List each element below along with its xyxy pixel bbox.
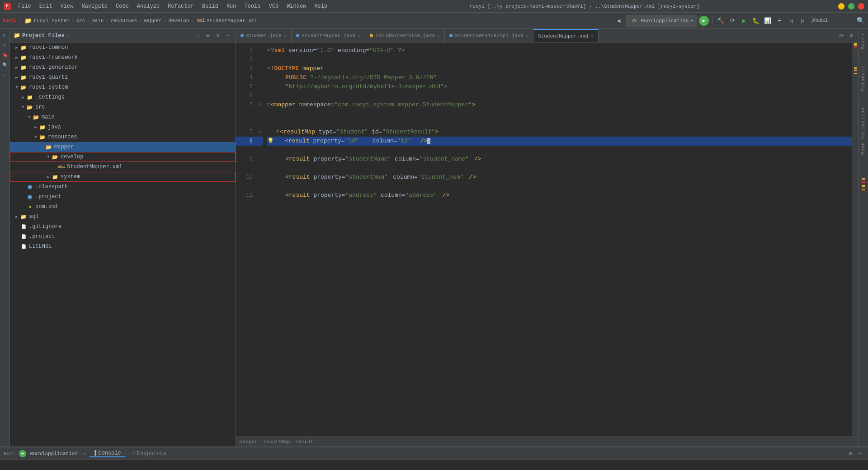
- tab-istudentservice-java[interactable]: IStudentService.java ✕: [365, 29, 445, 42]
- tab-close-istudentservice[interactable]: ✕: [437, 33, 440, 38]
- menu-window[interactable]: Window: [283, 2, 310, 10]
- run-panel-settings[interactable]: ⚙: [846, 450, 854, 458]
- coverage-button[interactable]: ☂: [774, 16, 784, 26]
- menu-navigate[interactable]: Navigate: [78, 2, 111, 10]
- tabs-overflow-button[interactable]: ≫: [837, 32, 845, 40]
- tab-studentserviceimpl-java[interactable]: StudentServiceImpl.java ✕: [445, 29, 533, 42]
- folder-icon-generator: 📁: [20, 64, 27, 71]
- forward-nav-button[interactable]: ▷: [798, 16, 808, 26]
- tree-item-project-file[interactable]: ⬤ .project: [10, 192, 236, 202]
- gutter-mark-3: [854, 67, 857, 69]
- project-icon[interactable]: P: [0, 31, 9, 40]
- search-everywhere-button[interactable]: 🔍: [855, 16, 865, 26]
- maximize-button[interactable]: [848, 3, 854, 9]
- tree-item-classpath[interactable]: ⬤ .classpath: [10, 182, 236, 192]
- jrebel-button[interactable]: JRebel: [815, 16, 825, 26]
- tree-arrow-gitignore: [14, 223, 20, 230]
- tree-item-pom-xml[interactable]: M pom.xml: [10, 202, 236, 212]
- tree-item-java[interactable]: ▶ 📁 java: [10, 122, 236, 132]
- tree-item-sql[interactable]: ▶ 📁 sql: [10, 212, 236, 222]
- line-num-5: 5: [236, 82, 263, 91]
- tab-student-java[interactable]: Student.java ✕: [236, 29, 292, 42]
- code-area: 1 2 3 4: [236, 43, 858, 437]
- tree-item-resources[interactable]: ▼ 📂 resources: [10, 132, 236, 142]
- bookmarks-icon[interactable]: 🔖: [0, 51, 9, 60]
- menu-tools[interactable]: Tools: [241, 2, 264, 10]
- tree-arrow-settings: ▶: [20, 94, 26, 100]
- tree-item-ruoyi-common[interactable]: ▶ 📁 ruoyi-common: [10, 43, 236, 52]
- tab-close-studentmapper-java[interactable]: ✕: [358, 33, 360, 38]
- line-num-15: 10: [236, 173, 263, 182]
- tree-item-develop[interactable]: ▼ 📂 develop: [10, 152, 236, 162]
- menu-refactor[interactable]: Refactor: [164, 2, 198, 10]
- tab-close-studentmapper-xml[interactable]: ✕: [591, 33, 594, 39]
- tree-item-project-root[interactable]: 📄 .project: [10, 232, 236, 242]
- tree-item-src[interactable]: ▼ 📂 src: [10, 102, 236, 112]
- menu-help[interactable]: Help: [311, 2, 331, 10]
- run-tab-console[interactable]: ▐ Console: [90, 450, 125, 457]
- folder-icon-settings: 📁: [26, 94, 33, 101]
- code-content[interactable]: <?xml version="1.0" encoding="UTF-8" ?> …: [263, 43, 852, 437]
- panel-dropdown-icon[interactable]: ▾: [66, 33, 69, 38]
- panel-add-button[interactable]: +: [194, 32, 202, 40]
- run-panel-actions: ⚙ −: [846, 450, 864, 458]
- structure-icon[interactable]: ≡: [0, 41, 9, 50]
- tree-label-quartz: ruoyi-quartz: [29, 74, 68, 81]
- tab-studentmapper-xml[interactable]: StudentMapper.xml ✕: [533, 29, 599, 42]
- run2-button[interactable]: ▶: [739, 16, 749, 26]
- code-line-1: <?xml version="1.0" encoding="UTF-8" ?>: [267, 46, 852, 55]
- database-panel-label[interactable]: Database: [860, 63, 867, 94]
- menu-code[interactable]: Code: [112, 2, 132, 10]
- tree-item-studentmapper-xml[interactable]: xml StudentMapper.xml: [10, 162, 236, 172]
- tree-item-system-folder[interactable]: ▶ 📁 system: [10, 172, 236, 182]
- xml-file-icon: xml: [58, 163, 65, 171]
- tree-item-gitignore[interactable]: 📄 .gitignore: [10, 222, 236, 232]
- back-button[interactable]: ◀: [614, 16, 624, 26]
- close-button[interactable]: [858, 3, 864, 9]
- menu-build[interactable]: Build: [198, 2, 222, 10]
- back-nav-button[interactable]: ◁: [786, 16, 796, 26]
- run-tab-endpoints[interactable]: ⚡ Endpoints: [128, 450, 170, 457]
- profile-button[interactable]: 📊: [763, 16, 773, 26]
- code-editor[interactable]: 1 2 3 4: [236, 43, 858, 446]
- panel-settings-button[interactable]: ⚙: [214, 32, 222, 40]
- tree-item-ruoyi-generator[interactable]: ▶ 📁 ruoyi-generator: [10, 62, 236, 72]
- bean-validation-panel-label[interactable]: Bean Validation: [860, 104, 867, 157]
- tree-item-ruoyi-framework[interactable]: ▶ 📁 ruoyi-framework: [10, 52, 236, 62]
- build-button[interactable]: 🔨: [716, 16, 726, 26]
- tree-item-ruoyi-quartz[interactable]: ▶ 📁 ruoyi-quartz: [10, 72, 236, 82]
- panel-close-button[interactable]: −: [224, 32, 232, 40]
- maven-panel-label[interactable]: Maven: [860, 31, 867, 52]
- tree-item-mapper[interactable]: 📂 mapper: [10, 142, 236, 152]
- tree-item-ruoyi-system[interactable]: ▼ 📂 ruoyi-system: [10, 82, 236, 92]
- menu-vcs[interactable]: VCS: [265, 2, 283, 10]
- tree-item-license[interactable]: 📄 LICENSE: [10, 242, 236, 252]
- debug-button[interactable]: 🐛: [751, 16, 761, 26]
- tree-item-settings[interactable]: ▶ 📁 .settings: [10, 92, 236, 102]
- tab-close-student[interactable]: ✕: [284, 33, 287, 38]
- menu-analyze[interactable]: Analyze: [133, 2, 163, 10]
- minimize-button[interactable]: [838, 3, 844, 9]
- tabs-settings-button[interactable]: ⚙: [847, 32, 855, 40]
- folder-icon-sql: 📁: [20, 213, 27, 220]
- tree-item-main[interactable]: ▼ 📂 main: [10, 112, 236, 122]
- run-close-button[interactable]: ✕: [83, 451, 86, 456]
- breadcrumb-result: result: [296, 439, 314, 445]
- menu-run[interactable]: Run: [223, 2, 240, 10]
- project-tree[interactable]: ▶ 📁 ruoyi-common ▶ 📁 ruoyi-framework ▶ 📁…: [10, 43, 236, 446]
- run-button[interactable]: ▶: [699, 16, 709, 26]
- menu-view[interactable]: View: [57, 2, 77, 10]
- tab-studentmapper-java[interactable]: StudentMapper.java ✕: [292, 29, 365, 42]
- todo-icon[interactable]: ✓: [0, 71, 9, 80]
- code-line-16: [267, 182, 852, 191]
- menu-edit[interactable]: Edit: [36, 2, 56, 10]
- tab-close-studentserviceimpl[interactable]: ✕: [526, 33, 528, 38]
- code-line-13: <result property="studentName"column="st…: [267, 155, 852, 164]
- panel-actions: + ⊟ ⚙ −: [194, 32, 232, 40]
- find-icon[interactable]: 🔍: [0, 61, 9, 70]
- sync-button[interactable]: ⟳: [727, 16, 737, 26]
- menu-file[interactable]: File: [14, 2, 35, 10]
- panel-collapse-button[interactable]: ⊟: [204, 32, 212, 40]
- run-panel-minimize[interactable]: −: [856, 450, 864, 458]
- breadcrumb-mapper: mapper: [240, 439, 258, 445]
